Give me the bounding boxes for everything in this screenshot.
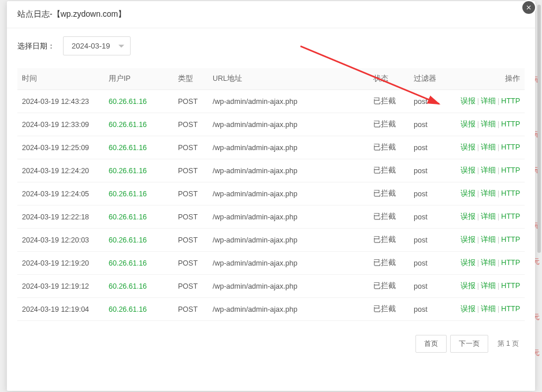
- ip-link[interactable]: 60.26.61.16: [109, 98, 147, 106]
- cell-actions: 误报|详细|HTTP: [450, 182, 525, 206]
- col-ip: 用户IP: [104, 68, 173, 90]
- ip-link[interactable]: 60.26.61.16: [109, 144, 147, 152]
- action-detail[interactable]: 详细: [481, 189, 496, 197]
- separator: |: [498, 143, 499, 151]
- action-http[interactable]: HTTP: [501, 189, 520, 197]
- cell-time: 2024-03-19 12:25:09: [17, 136, 104, 159]
- cell-filter: post: [409, 252, 450, 275]
- action-false-positive[interactable]: 误报: [461, 120, 476, 128]
- action-http[interactable]: HTTP: [501, 282, 520, 290]
- col-url: URL地址: [208, 68, 369, 90]
- page-scrollbar[interactable]: [537, 5, 541, 253]
- action-detail[interactable]: 详细: [481, 120, 496, 128]
- cell-status: 已拦截: [369, 275, 409, 298]
- action-http[interactable]: HTTP: [501, 212, 520, 221]
- separator: |: [477, 166, 479, 174]
- cell-type: POST: [173, 206, 208, 229]
- action-detail[interactable]: 详细: [481, 143, 496, 151]
- action-false-positive[interactable]: 误报: [461, 282, 476, 290]
- action-http[interactable]: HTTP: [501, 143, 520, 151]
- col-filter: 过滤器: [409, 68, 450, 90]
- cell-filter: post: [409, 206, 450, 229]
- action-detail[interactable]: 详细: [481, 236, 496, 244]
- separator: |: [498, 120, 499, 128]
- action-detail[interactable]: 详细: [481, 97, 496, 105]
- cell-time: 2024-03-19 12:19:04: [17, 298, 104, 321]
- action-false-positive[interactable]: 误报: [461, 236, 476, 244]
- action-detail[interactable]: 详细: [481, 305, 496, 313]
- cell-filter: post: [409, 182, 450, 206]
- ip-link[interactable]: 60.26.61.16: [109, 121, 147, 129]
- separator: |: [477, 305, 479, 313]
- cell-status: 已拦截: [369, 159, 409, 182]
- action-false-positive[interactable]: 误报: [461, 212, 476, 221]
- cell-ip: 60.26.61.16: [104, 275, 173, 298]
- cell-actions: 误报|详细|HTTP: [450, 298, 525, 321]
- cell-type: POST: [173, 136, 208, 159]
- cell-type: POST: [173, 252, 208, 275]
- modal-body: 选择日期： 2024-03-19 时间 用户IP 类型 URL地址 状态 过滤器…: [7, 28, 535, 391]
- cell-time: 2024-03-19 12:19:20: [17, 252, 104, 275]
- cell-url: /wp-admin/admin-ajax.php: [208, 229, 369, 252]
- table-row: 2024-03-19 12:22:1860.26.61.16POST/wp-ad…: [17, 206, 525, 229]
- action-false-positive[interactable]: 误报: [461, 97, 476, 105]
- cell-ip: 60.26.61.16: [104, 159, 173, 182]
- cell-filter: post: [409, 159, 450, 182]
- ip-link[interactable]: 60.26.61.16: [109, 190, 147, 198]
- cell-type: POST: [173, 159, 208, 182]
- separator: |: [477, 143, 479, 151]
- action-false-positive[interactable]: 误报: [461, 143, 476, 151]
- cell-type: POST: [173, 90, 208, 113]
- action-http[interactable]: HTTP: [501, 166, 520, 174]
- cell-url: /wp-admin/admin-ajax.php: [208, 113, 369, 136]
- cell-ip: 60.26.61.16: [104, 182, 173, 206]
- separator: |: [498, 97, 499, 105]
- ip-link[interactable]: 60.26.61.16: [109, 236, 147, 244]
- date-select[interactable]: 2024-03-19: [63, 36, 131, 55]
- action-http[interactable]: HTTP: [501, 97, 520, 105]
- cell-actions: 误报|详细|HTTP: [450, 159, 525, 182]
- close-button[interactable]: [521, 0, 536, 15]
- ip-link[interactable]: 60.26.61.16: [109, 167, 147, 175]
- action-detail[interactable]: 详细: [481, 166, 496, 174]
- ip-link[interactable]: 60.26.61.16: [109, 282, 147, 290]
- page-next-button[interactable]: 下一页: [450, 335, 488, 353]
- cell-status: 已拦截: [369, 136, 409, 159]
- table-row: 2024-03-19 12:20:0360.26.61.16POST/wp-ad…: [17, 229, 525, 252]
- action-false-positive[interactable]: 误报: [461, 305, 476, 313]
- action-detail[interactable]: 详细: [481, 212, 496, 221]
- cell-url: /wp-admin/admin-ajax.php: [208, 275, 369, 298]
- ip-link[interactable]: 60.26.61.16: [109, 305, 147, 313]
- cell-actions: 误报|详细|HTTP: [450, 136, 525, 159]
- action-false-positive[interactable]: 误报: [461, 189, 476, 197]
- page-first-button[interactable]: 首页: [415, 335, 447, 353]
- cell-status: 已拦截: [369, 229, 409, 252]
- separator: |: [477, 189, 479, 197]
- cell-url: /wp-admin/admin-ajax.php: [208, 206, 369, 229]
- cell-filter: post: [409, 113, 450, 136]
- action-detail[interactable]: 详细: [481, 282, 496, 290]
- action-http[interactable]: HTTP: [501, 305, 520, 313]
- separator: |: [498, 305, 499, 313]
- table-row: 2024-03-19 12:19:0460.26.61.16POST/wp-ad…: [17, 298, 525, 321]
- separator: |: [477, 259, 479, 267]
- action-false-positive[interactable]: 误报: [461, 166, 476, 174]
- cell-actions: 误报|详细|HTTP: [450, 275, 525, 298]
- separator: |: [477, 97, 479, 105]
- cell-type: POST: [173, 298, 208, 321]
- cell-type: POST: [173, 275, 208, 298]
- log-table: 时间 用户IP 类型 URL地址 状态 过滤器 操作 2024-03-19 12…: [17, 68, 525, 321]
- separator: |: [477, 236, 479, 244]
- cell-type: POST: [173, 182, 208, 206]
- ip-link[interactable]: 60.26.61.16: [109, 259, 147, 267]
- separator: |: [498, 236, 499, 244]
- action-http[interactable]: HTTP: [501, 259, 520, 267]
- cell-ip: 60.26.61.16: [104, 206, 173, 229]
- action-false-positive[interactable]: 误报: [461, 259, 476, 267]
- action-detail[interactable]: 详细: [481, 259, 496, 267]
- action-http[interactable]: HTTP: [501, 236, 520, 244]
- page-info: 第 1 页: [492, 335, 525, 352]
- action-http[interactable]: HTTP: [501, 120, 520, 128]
- ip-link[interactable]: 60.26.61.16: [109, 213, 147, 221]
- cell-time: 2024-03-19 12:33:09: [17, 113, 104, 136]
